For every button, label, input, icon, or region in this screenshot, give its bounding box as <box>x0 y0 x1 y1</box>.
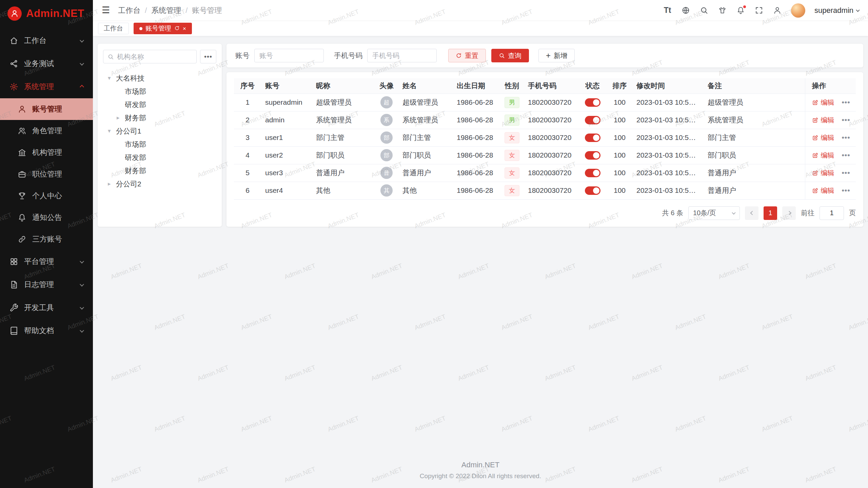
sidebar-item-log-management[interactable]: 日志管理 <box>0 273 93 296</box>
goto-prefix: 前往 <box>801 208 814 218</box>
sidebar-item-platform-management[interactable]: 平台管理 <box>0 250 93 273</box>
tree-node[interactable]: ▸财务部 <box>103 111 216 124</box>
edit-pencil-icon <box>812 187 818 194</box>
status-toggle[interactable] <box>585 134 600 142</box>
chevron-down-icon <box>732 210 735 214</box>
gender-badge: 女 <box>505 132 519 143</box>
sidebar-item-label: 平台管理 <box>24 257 75 267</box>
app-logo-icon <box>7 6 22 21</box>
status-toggle[interactable] <box>585 98 600 107</box>
tree-node-label: 研发部 <box>125 100 146 109</box>
caret-collapsed-icon[interactable]: ▸ <box>117 114 122 121</box>
breadcrumb-item-workbench[interactable]: 工作台 <box>118 5 140 16</box>
breadcrumb: 工作台 / 系统管理 / 账号管理 <box>118 5 222 16</box>
sidebar-item-role-management[interactable]: 角色管理 <box>0 120 93 142</box>
tab-close-icon[interactable]: × <box>183 26 186 32</box>
tree-node[interactable]: ▾大名科技 <box>103 72 216 85</box>
caret-expanded-icon[interactable]: ▾ <box>108 75 113 82</box>
status-toggle[interactable] <box>585 151 600 160</box>
row-more-button[interactable]: ••• <box>842 186 850 194</box>
fullscreen-icon[interactable] <box>754 6 764 15</box>
phone-input[interactable] <box>367 49 437 62</box>
goto-page-input[interactable] <box>820 206 844 220</box>
edit-button[interactable]: 编辑 <box>812 133 834 142</box>
query-panel: 账号 手机号码 重置 查询 + 新增 <box>226 44 863 67</box>
notification-bell-icon[interactable] <box>736 6 745 15</box>
tree-node-label: 财务部 <box>125 166 146 176</box>
page-footer: Admin.NET Copyright © 2022 Dilon All rig… <box>93 461 868 488</box>
status-toggle[interactable] <box>585 169 600 177</box>
status-toggle[interactable] <box>585 186 600 195</box>
org-search-input[interactable] <box>117 53 192 61</box>
row-more-button[interactable]: ••• <box>842 116 850 124</box>
page-size-select[interactable]: 10条/页 <box>688 206 740 220</box>
breadcrumb-item-system[interactable]: 系统管理 <box>151 5 181 16</box>
file-icon <box>9 280 18 289</box>
edit-pencil-icon <box>812 117 818 123</box>
caret-expanded-icon[interactable]: ▾ <box>108 127 113 135</box>
page-number-current[interactable]: 1 <box>764 206 777 220</box>
table-row: 6 user4 其他 其 其他 1986-06-28 女 18020030720… <box>234 182 856 199</box>
user-menu[interactable]: superadmin <box>814 6 859 15</box>
sidebar-item-label: 三方账号 <box>32 234 83 244</box>
menu-collapse-icon[interactable]: ☰ <box>102 6 110 15</box>
reset-button[interactable]: 重置 <box>448 49 486 62</box>
sidebar-item-position-management[interactable]: 职位管理 <box>0 163 93 185</box>
column-header: 修改时间 <box>632 78 704 94</box>
sidebar-item-dev-tools[interactable]: 开发工具 <box>0 296 93 319</box>
sidebar-item-org-management[interactable]: 机构管理 <box>0 142 93 163</box>
column-header: 备注 <box>704 78 805 94</box>
app-logo[interactable]: Admin.NET <box>0 0 93 27</box>
account-input[interactable] <box>254 49 324 62</box>
tree-node[interactable]: 研发部 <box>103 98 216 111</box>
sidebar-item-help-docs[interactable]: 帮助文档 <box>0 319 93 342</box>
tree-node-label: 市场部 <box>125 140 146 149</box>
row-more-button[interactable]: ••• <box>842 151 850 159</box>
search-icon[interactable] <box>699 6 709 15</box>
tree-more-button[interactable]: ••• <box>200 50 216 63</box>
row-more-button[interactable]: ••• <box>842 134 850 141</box>
caret-collapsed-icon[interactable]: ▸ <box>108 180 113 187</box>
language-globe-icon[interactable] <box>681 6 690 15</box>
search-button[interactable]: 查询 <box>491 49 529 62</box>
table-header-row: 序号 账号 昵称 头像 姓名 出生日期 性别 手机号码 状态 排序 修改时间 <box>234 78 856 94</box>
row-more-button[interactable]: ••• <box>842 98 850 106</box>
prev-page-button[interactable] <box>745 206 758 220</box>
edit-button[interactable]: 编辑 <box>812 98 834 107</box>
chevron-down-icon <box>80 259 84 263</box>
tree-node[interactable]: ▸分公司2 <box>103 177 216 190</box>
next-page-button[interactable] <box>782 206 796 220</box>
chevron-right-icon <box>787 211 791 215</box>
tree-node[interactable]: 市场部 <box>103 138 216 151</box>
font-size-icon[interactable]: Tt <box>663 6 672 15</box>
add-button[interactable]: + 新增 <box>538 49 575 62</box>
tree-node[interactable]: 市场部 <box>103 85 216 98</box>
edit-button[interactable]: 编辑 <box>812 151 834 160</box>
sidebar-item-personal-center[interactable]: 个人中心 <box>0 185 93 207</box>
tree-node[interactable]: ▾分公司1 <box>103 124 216 138</box>
sidebar-item-system-management[interactable]: 系统管理 <box>0 75 93 98</box>
edit-button[interactable]: 编辑 <box>812 116 834 125</box>
user-avatar[interactable] <box>791 3 805 18</box>
tree-node[interactable]: 研发部 <box>103 151 216 164</box>
sidebar-item-notice[interactable]: 通知公告 <box>0 207 93 228</box>
avatar: 部 <box>380 149 393 161</box>
tab-refresh-icon[interactable] <box>174 25 180 32</box>
sidebar-item-business-test[interactable]: 业务测试 <box>0 52 93 75</box>
tree-node[interactable]: 财务部 <box>103 164 216 177</box>
tab-workbench[interactable]: 工作台 <box>98 23 129 34</box>
org-tree-panel: ••• ▾大名科技 市场部 研发部 ▸财务部 ▾分公司1 市场部 研发部 财务部… <box>98 44 222 227</box>
edit-button[interactable]: 编辑 <box>812 168 834 178</box>
status-toggle[interactable] <box>585 116 600 124</box>
row-more-button[interactable]: ••• <box>842 169 850 177</box>
sidebar-item-label: 日志管理 <box>24 280 75 290</box>
theme-skin-icon[interactable] <box>718 6 727 15</box>
profile-icon[interactable] <box>773 6 782 15</box>
share-nodes-icon <box>9 59 18 68</box>
chevron-down-icon <box>80 305 84 309</box>
sidebar-item-workbench[interactable]: 工作台 <box>0 29 93 52</box>
tab-account-management[interactable]: 账号管理 × <box>134 23 192 34</box>
sidebar-item-third-party-account[interactable]: 三方账号 <box>0 228 93 250</box>
edit-button[interactable]: 编辑 <box>812 186 834 195</box>
sidebar-item-account-management[interactable]: 账号管理 <box>0 98 93 120</box>
